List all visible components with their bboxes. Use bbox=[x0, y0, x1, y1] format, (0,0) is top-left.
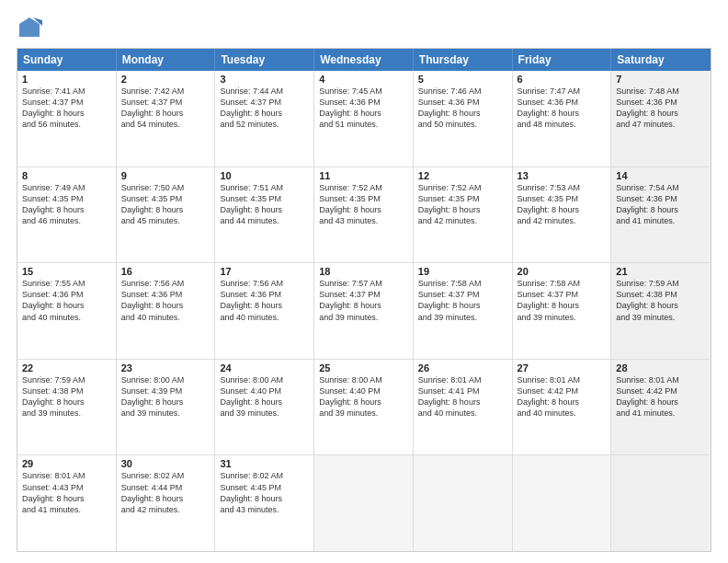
day-number: 5 bbox=[418, 74, 507, 85]
day-number: 4 bbox=[319, 74, 408, 85]
calendar-cell: 18Sunrise: 7:57 AMSunset: 4:37 PMDayligh… bbox=[314, 263, 414, 359]
calendar-cell: 10Sunrise: 7:51 AMSunset: 4:35 PMDayligh… bbox=[215, 167, 314, 263]
cell-info: Sunrise: 8:02 AMSunset: 4:45 PMDaylight:… bbox=[220, 470, 309, 515]
header-day-thursday: Thursday bbox=[414, 49, 513, 71]
header-day-sunday: Sunday bbox=[17, 49, 117, 71]
day-number: 16 bbox=[121, 266, 210, 277]
cell-info: Sunrise: 7:48 AMSunset: 4:36 PMDaylight:… bbox=[616, 86, 706, 131]
calendar-cell: 24Sunrise: 8:00 AMSunset: 4:40 PMDayligh… bbox=[215, 360, 314, 455]
day-number: 15 bbox=[22, 266, 111, 277]
cell-info: Sunrise: 7:49 AMSunset: 4:35 PMDaylight:… bbox=[22, 182, 111, 227]
header-day-friday: Friday bbox=[513, 49, 612, 71]
calendar-cell bbox=[611, 455, 711, 551]
cell-info: Sunrise: 8:02 AMSunset: 4:44 PMDaylight:… bbox=[121, 470, 210, 515]
day-number: 13 bbox=[518, 170, 607, 181]
calendar-row-0: 1Sunrise: 7:41 AMSunset: 4:37 PMDaylight… bbox=[17, 71, 711, 167]
calendar-row-4: 29Sunrise: 8:01 AMSunset: 4:43 PMDayligh… bbox=[17, 454, 711, 551]
day-number: 14 bbox=[616, 170, 706, 181]
cell-info: Sunrise: 7:56 AMSunset: 4:36 PMDaylight:… bbox=[121, 278, 210, 323]
calendar-row-1: 8Sunrise: 7:49 AMSunset: 4:35 PMDaylight… bbox=[17, 167, 711, 263]
calendar-cell: 31Sunrise: 8:02 AMSunset: 4:45 PMDayligh… bbox=[215, 455, 314, 551]
cell-info: Sunrise: 7:55 AMSunset: 4:36 PMDaylight:… bbox=[22, 278, 111, 323]
calendar-body: 1Sunrise: 7:41 AMSunset: 4:37 PMDaylight… bbox=[17, 71, 711, 551]
calendar-cell: 26Sunrise: 8:01 AMSunset: 4:41 PMDayligh… bbox=[414, 360, 513, 455]
cell-info: Sunrise: 7:54 AMSunset: 4:36 PMDaylight:… bbox=[616, 182, 706, 227]
day-number: 2 bbox=[121, 74, 210, 85]
day-number: 10 bbox=[220, 170, 309, 181]
day-number: 30 bbox=[121, 458, 210, 469]
calendar-cell: 6Sunrise: 7:47 AMSunset: 4:36 PMDaylight… bbox=[513, 71, 612, 167]
calendar-cell: 16Sunrise: 7:56 AMSunset: 4:36 PMDayligh… bbox=[117, 263, 216, 359]
cell-info: Sunrise: 7:51 AMSunset: 4:35 PMDaylight:… bbox=[220, 182, 309, 227]
day-number: 6 bbox=[518, 74, 607, 85]
day-number: 9 bbox=[121, 170, 210, 181]
day-number: 26 bbox=[418, 362, 507, 373]
day-number: 22 bbox=[22, 362, 111, 373]
day-number: 11 bbox=[319, 170, 408, 181]
logo-icon bbox=[17, 15, 42, 40]
calendar-cell: 23Sunrise: 8:00 AMSunset: 4:39 PMDayligh… bbox=[117, 360, 216, 455]
calendar-cell: 19Sunrise: 7:58 AMSunset: 4:37 PMDayligh… bbox=[414, 263, 513, 359]
calendar-cell bbox=[314, 455, 414, 551]
cell-info: Sunrise: 7:58 AMSunset: 4:37 PMDaylight:… bbox=[518, 278, 607, 323]
cell-info: Sunrise: 7:47 AMSunset: 4:36 PMDaylight:… bbox=[518, 86, 607, 131]
day-number: 27 bbox=[518, 362, 607, 373]
cell-info: Sunrise: 7:59 AMSunset: 4:38 PMDaylight:… bbox=[22, 374, 111, 419]
calendar-cell: 7Sunrise: 7:48 AMSunset: 4:36 PMDaylight… bbox=[611, 71, 711, 167]
cell-info: Sunrise: 8:00 AMSunset: 4:40 PMDaylight:… bbox=[319, 374, 408, 419]
calendar-cell: 28Sunrise: 8:01 AMSunset: 4:42 PMDayligh… bbox=[611, 360, 711, 455]
day-number: 28 bbox=[616, 362, 706, 373]
calendar-cell: 17Sunrise: 7:56 AMSunset: 4:36 PMDayligh… bbox=[215, 263, 314, 359]
cell-info: Sunrise: 7:41 AMSunset: 4:37 PMDaylight:… bbox=[22, 86, 111, 131]
cell-info: Sunrise: 7:42 AMSunset: 4:37 PMDaylight:… bbox=[121, 86, 210, 131]
calendar-cell: 9Sunrise: 7:50 AMSunset: 4:35 PMDaylight… bbox=[117, 167, 216, 263]
calendar-cell: 8Sunrise: 7:49 AMSunset: 4:35 PMDaylight… bbox=[17, 167, 117, 263]
cell-info: Sunrise: 8:00 AMSunset: 4:39 PMDaylight:… bbox=[121, 374, 210, 419]
day-number: 1 bbox=[22, 74, 111, 85]
calendar-cell bbox=[513, 455, 612, 551]
day-number: 24 bbox=[220, 362, 309, 373]
calendar-cell bbox=[414, 455, 513, 551]
cell-info: Sunrise: 7:59 AMSunset: 4:38 PMDaylight:… bbox=[616, 278, 706, 323]
calendar-row-3: 22Sunrise: 7:59 AMSunset: 4:38 PMDayligh… bbox=[17, 359, 711, 455]
page: SundayMondayTuesdayWednesdayThursdayFrid… bbox=[0, 0, 728, 563]
calendar-cell: 4Sunrise: 7:45 AMSunset: 4:36 PMDaylight… bbox=[314, 71, 414, 167]
calendar-cell: 20Sunrise: 7:58 AMSunset: 4:37 PMDayligh… bbox=[513, 263, 612, 359]
calendar-cell: 3Sunrise: 7:44 AMSunset: 4:37 PMDaylight… bbox=[215, 71, 314, 167]
header bbox=[17, 15, 711, 40]
cell-info: Sunrise: 8:01 AMSunset: 4:42 PMDaylight:… bbox=[518, 374, 607, 419]
calendar-cell: 30Sunrise: 8:02 AMSunset: 4:44 PMDayligh… bbox=[117, 455, 216, 551]
day-number: 3 bbox=[220, 74, 309, 85]
cell-info: Sunrise: 8:01 AMSunset: 4:42 PMDaylight:… bbox=[616, 374, 706, 419]
header-day-tuesday: Tuesday bbox=[215, 49, 314, 71]
calendar-row-2: 15Sunrise: 7:55 AMSunset: 4:36 PMDayligh… bbox=[17, 262, 711, 359]
cell-info: Sunrise: 7:58 AMSunset: 4:37 PMDaylight:… bbox=[418, 278, 507, 323]
day-number: 20 bbox=[518, 266, 607, 277]
cell-info: Sunrise: 7:52 AMSunset: 4:35 PMDaylight:… bbox=[319, 182, 408, 227]
header-day-saturday: Saturday bbox=[611, 49, 711, 71]
calendar: SundayMondayTuesdayWednesdayThursdayFrid… bbox=[17, 48, 711, 552]
calendar-cell: 15Sunrise: 7:55 AMSunset: 4:36 PMDayligh… bbox=[17, 263, 117, 359]
cell-info: Sunrise: 8:00 AMSunset: 4:40 PMDaylight:… bbox=[220, 374, 309, 419]
day-number: 25 bbox=[319, 362, 408, 373]
cell-info: Sunrise: 8:01 AMSunset: 4:43 PMDaylight:… bbox=[22, 470, 111, 515]
day-number: 18 bbox=[319, 266, 408, 277]
day-number: 12 bbox=[418, 170, 507, 181]
cell-info: Sunrise: 7:44 AMSunset: 4:37 PMDaylight:… bbox=[220, 86, 309, 131]
calendar-cell: 29Sunrise: 8:01 AMSunset: 4:43 PMDayligh… bbox=[17, 455, 117, 551]
calendar-cell: 11Sunrise: 7:52 AMSunset: 4:35 PMDayligh… bbox=[314, 167, 414, 263]
day-number: 29 bbox=[22, 458, 111, 469]
cell-info: Sunrise: 8:01 AMSunset: 4:41 PMDaylight:… bbox=[418, 374, 507, 419]
header-day-monday: Monday bbox=[117, 49, 216, 71]
calendar-cell: 14Sunrise: 7:54 AMSunset: 4:36 PMDayligh… bbox=[611, 167, 711, 263]
cell-info: Sunrise: 7:50 AMSunset: 4:35 PMDaylight:… bbox=[121, 182, 210, 227]
calendar-header: SundayMondayTuesdayWednesdayThursdayFrid… bbox=[17, 49, 711, 71]
cell-info: Sunrise: 7:52 AMSunset: 4:35 PMDaylight:… bbox=[418, 182, 507, 227]
day-number: 23 bbox=[121, 362, 210, 373]
calendar-cell: 2Sunrise: 7:42 AMSunset: 4:37 PMDaylight… bbox=[117, 71, 216, 167]
day-number: 7 bbox=[616, 74, 706, 85]
day-number: 19 bbox=[418, 266, 507, 277]
cell-info: Sunrise: 7:46 AMSunset: 4:36 PMDaylight:… bbox=[418, 86, 507, 131]
calendar-cell: 22Sunrise: 7:59 AMSunset: 4:38 PMDayligh… bbox=[17, 360, 117, 455]
cell-info: Sunrise: 7:56 AMSunset: 4:36 PMDaylight:… bbox=[220, 278, 309, 323]
